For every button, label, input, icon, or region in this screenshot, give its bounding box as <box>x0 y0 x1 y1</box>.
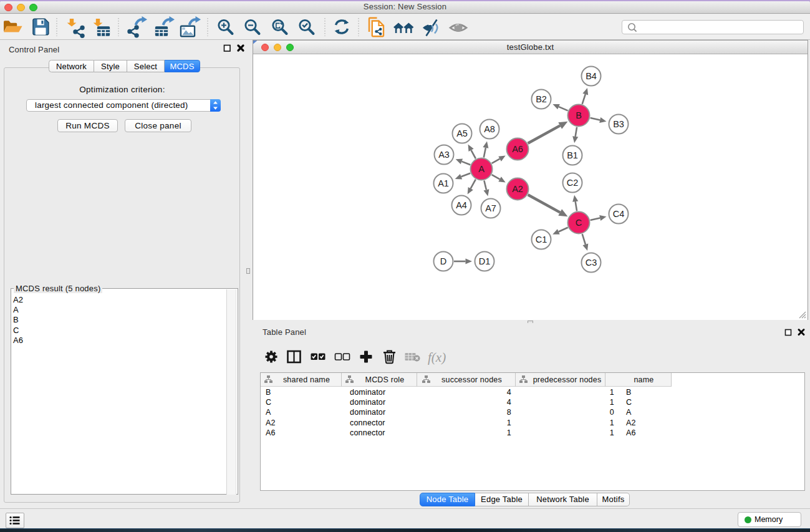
svg-text:A1: A1 <box>438 178 449 188</box>
svg-text:A6: A6 <box>512 144 523 154</box>
svg-text:D1: D1 <box>479 256 491 266</box>
svg-text:A2: A2 <box>512 184 523 194</box>
svg-text:C1: C1 <box>536 235 547 244</box>
svg-text:C: C <box>576 218 582 228</box>
svg-text:B2: B2 <box>536 94 547 104</box>
svg-text:f(x): f(x) <box>428 350 446 365</box>
svg-text:C3: C3 <box>586 258 597 268</box>
svg-text:C4: C4 <box>613 209 625 219</box>
svg-text:A4: A4 <box>456 200 467 210</box>
svg-text:A: A <box>478 164 485 174</box>
svg-text:B: B <box>576 110 582 120</box>
svg-text:A8: A8 <box>484 124 495 134</box>
svg-text:A5: A5 <box>456 128 468 138</box>
svg-text:D: D <box>440 256 446 266</box>
svg-text:A7: A7 <box>485 203 496 213</box>
svg-text:B3: B3 <box>613 119 624 129</box>
svg-text:C2: C2 <box>567 178 579 188</box>
svg-text:B1: B1 <box>567 150 578 160</box>
svg-text:A3: A3 <box>438 150 450 160</box>
svg-text:B4: B4 <box>586 71 597 81</box>
